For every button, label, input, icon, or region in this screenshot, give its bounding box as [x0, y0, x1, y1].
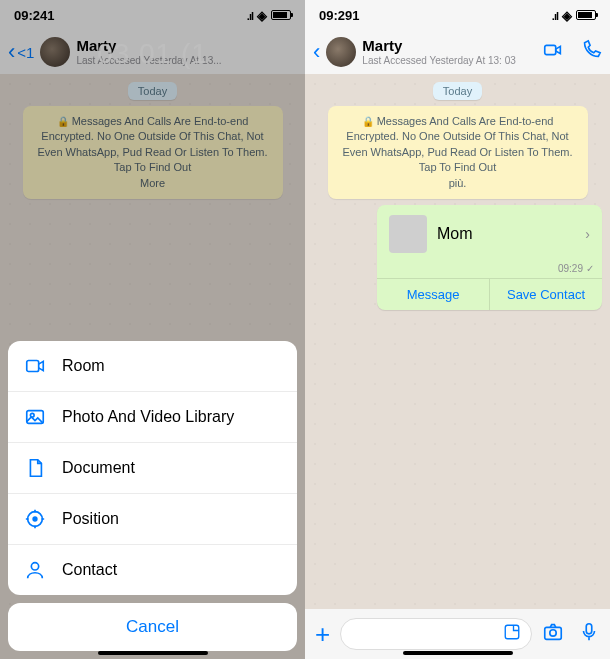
svg-rect-6 [545, 45, 556, 54]
back-button[interactable]: ‹ <1 [8, 39, 34, 65]
document-icon [24, 457, 46, 479]
sheet-position[interactable]: Position [8, 494, 297, 545]
sticker-icon[interactable] [503, 623, 521, 645]
encryption-notice[interactable]: 🔒 Messages And Calls Are End-to-end Encr… [23, 106, 283, 199]
sheet-document-label: Document [62, 459, 135, 477]
encryption-more: More [33, 176, 273, 191]
date-pill: Today [128, 82, 177, 100]
sheet-contact-label: Contact [62, 561, 117, 579]
lock-icon: 🔒 [362, 116, 374, 127]
header-actions [542, 39, 602, 65]
signal-icon [552, 8, 558, 23]
check-icon [586, 263, 594, 274]
last-access: Last Accessed Yesterday At 13: 03 [362, 55, 536, 66]
svg-rect-0 [27, 361, 39, 372]
message-button[interactable]: Message [377, 279, 490, 310]
battery-icon [271, 10, 291, 20]
back-button[interactable]: ‹ [313, 39, 320, 65]
last-access: Last Accessed Yesterday At 13... [76, 55, 297, 66]
back-count: <1 [17, 44, 34, 61]
svg-rect-7 [505, 625, 519, 639]
message-input[interactable] [340, 618, 532, 650]
chat-area: Today 🔒 Messages And Calls Are End-to-en… [305, 74, 610, 609]
attach-button[interactable]: + [315, 619, 330, 650]
camera-icon[interactable] [542, 621, 564, 647]
status-time: 09:291 [319, 8, 359, 23]
signal-icon [247, 8, 253, 23]
message-time: 09:29 [377, 263, 602, 278]
voice-call-icon[interactable] [580, 39, 602, 65]
card-avatar [389, 215, 427, 253]
left-screen: 09:241 ◈ ‹ <1 Marty Last Accessed Yester… [0, 0, 305, 659]
contact-icon [24, 559, 46, 581]
sheet-document[interactable]: Document [8, 443, 297, 494]
contact-name: Marty [76, 38, 297, 55]
encryption-notice[interactable]: 🔒 Messages And Calls Are End-to-end Encr… [328, 106, 588, 199]
svg-point-9 [550, 630, 556, 636]
status-icons: ◈ [247, 8, 291, 23]
location-icon [24, 508, 46, 530]
status-bar: 09:241 ◈ [0, 0, 305, 30]
encryption-more: più. [338, 176, 578, 191]
cancel-button[interactable]: Cancel [8, 603, 297, 651]
svg-point-5 [31, 563, 38, 570]
card-contact-name: Mom [437, 225, 575, 243]
input-actions [542, 621, 600, 647]
sheet-contact[interactable]: Contact [8, 545, 297, 595]
status-icons: ◈ [552, 8, 596, 23]
avatar[interactable] [40, 37, 70, 67]
lock-icon: 🔒 [57, 116, 69, 127]
sheet-position-label: Position [62, 510, 119, 528]
card-top[interactable]: Mom › [377, 205, 602, 263]
battery-icon [576, 10, 596, 20]
contact-name: Marty [362, 38, 536, 55]
sheet-options: Room Photo And Video Library Document Po… [8, 341, 297, 595]
cancel-label: Cancel [126, 617, 179, 636]
sheet-room[interactable]: Room [8, 341, 297, 392]
sheet-photo-label: Photo And Video Library [62, 408, 234, 426]
encryption-text: Messages And Calls Are End-to-end Encryp… [342, 115, 572, 173]
card-actions: Message Save Contact [377, 278, 602, 310]
encryption-text: Messages And Calls Are End-to-end Encryp… [37, 115, 267, 173]
sheet-room-label: Room [62, 357, 105, 375]
wifi-icon: ◈ [562, 8, 572, 23]
chat-header: ‹ <1 Marty Last Accessed Yesterday At 13… [0, 30, 305, 74]
save-contact-button[interactable]: Save Contact [490, 279, 602, 310]
home-indicator[interactable] [98, 651, 208, 655]
svg-rect-10 [586, 624, 592, 634]
photo-icon [24, 406, 46, 428]
status-bar: 09:291 ◈ [305, 0, 610, 30]
contact-card: Mom › 09:29 Message Save Contact [377, 205, 602, 310]
chevron-right-icon: › [585, 226, 590, 242]
date-pill: Today [433, 82, 482, 100]
room-icon [24, 355, 46, 377]
svg-point-4 [33, 517, 37, 521]
chat-header: ‹ Marty Last Accessed Yesterday At 13: 0… [305, 30, 610, 74]
avatar[interactable] [326, 37, 356, 67]
video-call-icon[interactable] [542, 39, 564, 65]
header-text[interactable]: Marty Last Accessed Yesterday At 13: 03 [362, 38, 536, 66]
chevron-left-icon: ‹ [8, 39, 15, 65]
mic-icon[interactable] [578, 621, 600, 647]
status-time: 09:241 [14, 8, 54, 23]
header-text[interactable]: Marty Last Accessed Yesterday At 13... [76, 38, 297, 66]
sheet-photo[interactable]: Photo And Video Library [8, 392, 297, 443]
action-sheet: Room Photo And Video Library Document Po… [0, 333, 305, 659]
home-indicator[interactable] [403, 651, 513, 655]
right-screen: 09:291 ◈ ‹ Marty Last Accessed Yesterday… [305, 0, 610, 659]
chevron-left-icon: ‹ [313, 39, 320, 65]
wifi-icon: ◈ [257, 8, 267, 23]
